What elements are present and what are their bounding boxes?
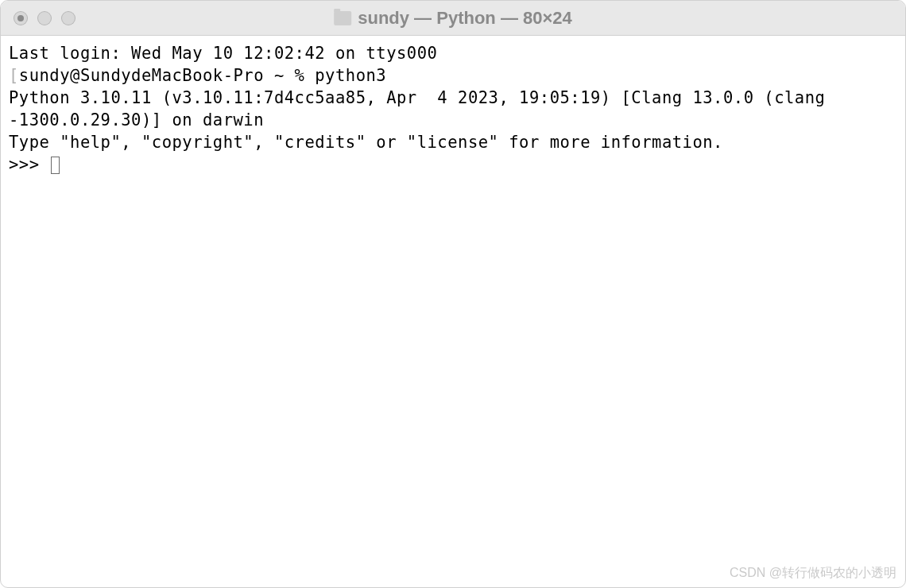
window-controls <box>1 11 76 25</box>
shell-prompt: sundy@SundydeMacBook-Pro ~ % <box>19 66 315 85</box>
close-button[interactable] <box>14 11 28 25</box>
maximize-button[interactable] <box>61 11 76 25</box>
command-text: python3 <box>315 66 386 85</box>
python-version-2: -1300.0.29.30)] on darwin <box>9 109 897 131</box>
terminal-content[interactable]: Last login: Wed May 10 12:02:42 on ttys0… <box>1 36 905 587</box>
folder-icon <box>334 11 351 25</box>
terminal-window: sundy — Python — 80×24 Last login: Wed M… <box>0 0 906 588</box>
python-prompt: >>> <box>9 155 49 174</box>
last-login-line: Last login: Wed May 10 12:02:42 on ttys0… <box>9 42 897 64</box>
python-version-1: Python 3.10.11 (v3.10.11:7d4cc5aa85, Apr… <box>9 87 897 109</box>
python-help-line: Type "help", "copyright", "credits" or "… <box>9 131 897 153</box>
window-title: sundy — Python — 80×24 <box>358 8 572 29</box>
minimize-button[interactable] <box>37 11 52 25</box>
python-prompt-line: >>> <box>9 153 897 176</box>
bracket-left: [ <box>9 66 19 85</box>
cursor <box>51 157 60 174</box>
window-title-area: sundy — Python — 80×24 <box>334 8 572 29</box>
shell-prompt-line: [sundy@SundydeMacBook-Pro ~ % python3 <box>9 64 897 87</box>
titlebar: sundy — Python — 80×24 <box>1 1 905 36</box>
